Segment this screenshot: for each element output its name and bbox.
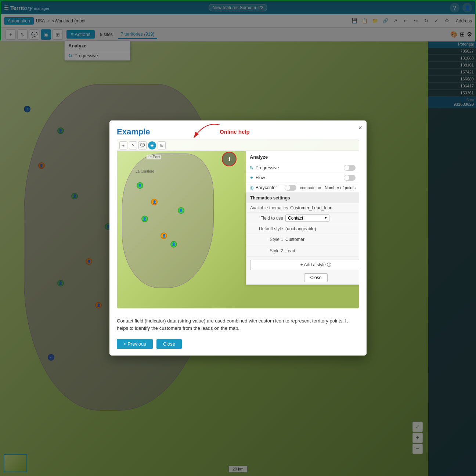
flow-toggle[interactable] [344,175,356,181]
modal-footer: < Previous Close [109,335,367,356]
close-button[interactable]: Close [156,339,182,349]
mini-tb-add[interactable]: + [119,141,127,149]
style2-row: Style 2 Lead 👤 🗑 [246,245,359,257]
modal-dialog: × Example Online help + ↖ [109,120,367,356]
map-place-label: Le Pont [147,155,161,159]
mini-analyze-header: Analyze [246,151,359,163]
mini-tb-layers[interactable]: ⊞ [158,141,166,149]
barycenter-toggle[interactable] [285,185,296,191]
progressive-toggle[interactable] [344,165,356,171]
mini-dot: 👤 [137,182,143,189]
mini-tb-select[interactable]: ↖ [129,141,137,149]
mini-territory [122,154,214,288]
thematics-header: Thematics settings › [246,193,359,203]
field-to-use-select[interactable]: Contact ▼ [285,214,329,222]
previous-button[interactable]: < Previous [117,339,153,349]
info-icon-circle[interactable]: ℹ [222,152,237,166]
mini-flow-row: ✦ Flow [246,173,359,183]
mini-tb-comment[interactable]: 💬 [138,141,147,149]
style1-row: Style 1 Customer 👤 🗑 [246,234,359,245]
mini-tb-analyze[interactable]: ◉ [148,141,156,149]
mini-barycenter-row: ◎ Barycenter compute on Number of points [246,183,359,193]
modal-description: Contact field (indicator) data (string v… [109,312,367,335]
online-help-label: Online help [220,129,250,135]
mini-toolbar: + ↖ 💬 ◉ ⊞ [117,140,359,151]
mini-dot: 👤 [141,216,148,222]
mini-map: + ↖ 💬 ◉ ⊞ 👤 👤 👤 👤 👤 👤 ℹ [117,140,359,308]
select-arrow: ▼ [324,216,328,220]
mini-dot: 👤 [178,207,184,214]
modal-close-button[interactable]: × [358,124,362,132]
modal-overlay: × Example Online help + ↖ [0,0,476,476]
default-style-row: Default style (unchangeable) [246,224,359,234]
mini-analyze-panel: Analyze ↻ Progressive ✦ Flow ◎ Barycente… [246,151,359,285]
add-style-button[interactable]: + Add a style ⓘ [250,260,359,270]
available-thematics-row: Available thematics Customer_Lead_Icon ⊞… [246,203,359,213]
modal-screenshot: + ↖ 💬 ◉ ⊞ 👤 👤 👤 👤 👤 👤 ℹ [117,140,359,309]
map-la-clairiere: La Clairière [136,169,154,173]
field-to-use-row: Field to use Contact ▼ [246,213,359,224]
thematics-panel: Thematics settings › Available thematics… [246,193,359,285]
mini-progressive-row: ↻ Progressive [246,163,359,173]
close-small-button[interactable]: Close [304,273,328,282]
mini-dot: 👤 [170,241,177,248]
